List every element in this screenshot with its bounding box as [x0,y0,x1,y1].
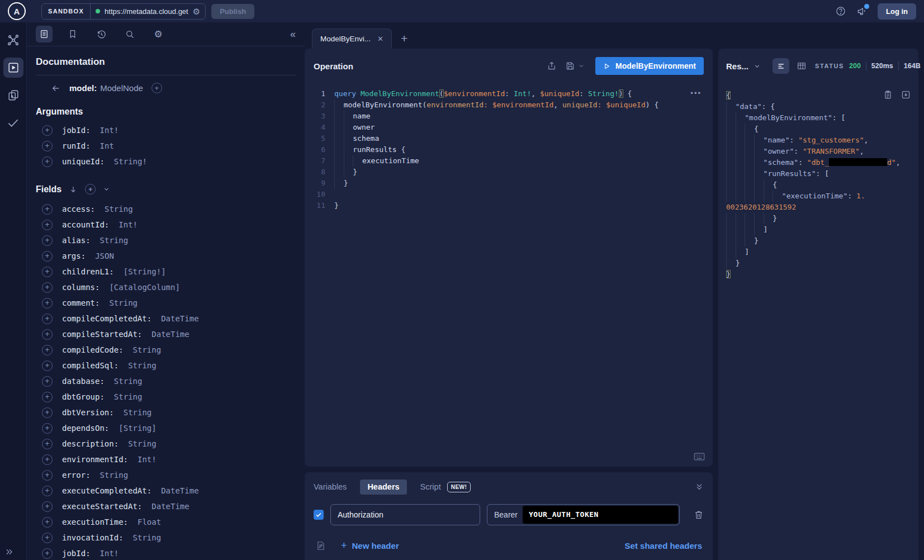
add-to-operation-icon[interactable] [42,517,53,528]
doc-field-row[interactable]: comment:String [36,295,296,311]
json-view-icon[interactable] [773,58,789,74]
header-name-input[interactable] [330,504,480,525]
nav-checks[interactable] [3,112,23,132]
response-chevron-down-icon[interactable] [754,63,761,70]
add-to-operation-icon[interactable] [42,125,53,136]
doc-argument-row[interactable]: uniqueId:String! [36,154,296,169]
add-to-operation-icon[interactable] [42,486,53,496]
table-view-icon[interactable] [793,58,810,74]
doc-field-row[interactable]: access:String [36,201,296,217]
apollo-logo[interactable]: A [8,2,26,20]
doc-field-row[interactable]: executionTime:Float [36,514,296,530]
breadcrumb-type[interactable]: ModelNode [100,83,143,93]
run-operation-button[interactable]: ModelByEnvironment [595,57,704,75]
search-icon[interactable] [121,26,138,42]
copy-response-icon[interactable] [883,90,893,99]
add-to-operation-icon[interactable] [42,501,53,512]
doc-field-row[interactable]: dependsOn:[String] [36,420,296,436]
add-to-operation-icon[interactable] [42,156,53,167]
add-to-operation-icon[interactable] [42,548,53,559]
add-to-operation-icon[interactable] [42,423,53,434]
doc-field-row[interactable]: alias:String [36,232,296,248]
add-to-operation-icon[interactable] [42,282,53,293]
sort-descending-icon[interactable] [69,185,78,194]
delete-header-icon[interactable] [694,510,704,520]
doc-field-row[interactable]: database:String [36,373,296,389]
add-to-operation-icon[interactable] [42,470,53,481]
editor-options-icon[interactable]: ••• [690,89,702,97]
add-to-operation-icon[interactable] [42,439,53,449]
doc-field-row[interactable]: dbtVersion:String [36,405,296,420]
doc-field-row[interactable]: childrenL1:[String!] [36,264,296,279]
doc-field-row[interactable]: compileCompletedAt:DateTime [36,311,296,326]
doc-field-row[interactable]: jobId:Int! [36,545,296,560]
add-to-operation-icon[interactable] [42,345,53,355]
close-tab-icon[interactable]: ✕ [377,35,383,42]
doc-field-row[interactable]: executeStartedAt:DateTime [36,499,296,514]
tab-script[interactable]: Script [420,483,441,491]
documentation-tab-icon[interactable] [36,26,53,42]
header-value-input[interactable]: Bearer YOUR_AUTH_TOKEN [487,504,680,525]
help-icon[interactable] [835,6,846,17]
collapse-settings-icon[interactable] [695,482,704,491]
doc-field-row[interactable]: invocationId:String [36,530,296,545]
doc-field-row[interactable]: compileStartedAt:DateTime [36,326,296,342]
tab-headers[interactable]: Headers [360,480,406,495]
doc-field-row[interactable]: columns:[CatalogColumn] [36,279,296,295]
set-shared-headers-link[interactable]: Set shared headers [625,541,702,550]
add-to-operation-icon[interactable] [42,407,53,418]
nav-schema[interactable] [3,30,23,50]
endpoint-url-field[interactable]: https://metadata.cloud.get ⚙ [91,4,205,19]
expand-rail-button[interactable] [4,547,14,557]
share-operation-icon[interactable] [547,61,557,71]
add-to-operation-icon[interactable] [42,251,53,262]
login-button[interactable]: Log in [878,3,916,20]
keyboard-shortcuts-icon[interactable] [694,452,705,461]
back-arrow-icon[interactable] [51,83,61,93]
download-response-icon[interactable] [901,90,911,99]
doc-argument-row[interactable]: jobId:Int! [36,122,296,138]
add-to-operation-icon[interactable] [42,204,53,215]
graph-selector[interactable]: SANDBOX https://metadata.cloud.get ⚙ [41,3,206,20]
add-to-operation-icon[interactable] [42,141,53,151]
auth-token-value[interactable]: YOUR_AUTH_TOKEN [523,506,678,524]
add-to-operation-icon[interactable] [42,220,53,230]
add-to-operation-icon[interactable] [42,454,53,465]
add-type-icon[interactable] [151,83,162,93]
nav-explorer[interactable] [3,58,23,78]
add-to-operation-icon[interactable] [42,329,53,340]
doc-argument-row[interactable]: runId:Int [36,138,296,154]
chevron-down-icon[interactable] [103,186,110,193]
doc-field-row[interactable]: accountId:Int! [36,217,296,232]
add-to-operation-icon[interactable] [42,235,53,246]
add-to-operation-icon[interactable] [42,298,53,309]
add-to-operation-icon[interactable] [42,533,53,543]
doc-field-row[interactable]: description:String [36,436,296,452]
tab-variables[interactable]: Variables [314,483,347,491]
connection-settings-icon[interactable]: ⚙ [193,7,200,16]
doc-field-row[interactable]: compiledSql:String [36,358,296,373]
doc-field-row[interactable]: environmentId:Int! [36,452,296,467]
add-to-operation-icon[interactable] [42,314,53,324]
new-tab-button[interactable]: + [401,32,407,44]
header-enabled-checkbox[interactable] [314,510,324,520]
tab-script-group[interactable]: Script NEW! [420,482,471,492]
operation-tab[interactable]: ModelByEnvi... ✕ [312,29,392,49]
save-operation-group[interactable] [565,61,585,71]
response-title[interactable]: Res... [726,61,748,71]
history-icon[interactable] [93,26,110,42]
saved-operations-icon[interactable] [64,26,81,42]
doc-field-row[interactable]: dbtGroup:String [36,389,296,405]
environment-variables-icon[interactable] [315,540,326,551]
doc-field-row[interactable]: args:JSON [36,248,296,264]
add-all-fields-icon[interactable] [85,184,96,194]
settings-gear-icon[interactable]: ⚙ [150,26,167,42]
add-to-operation-icon[interactable] [42,267,53,277]
collapse-panel-icon[interactable]: « [290,29,296,39]
doc-field-row[interactable]: executeCompletedAt:DateTime [36,483,296,499]
add-to-operation-icon[interactable] [42,360,53,371]
query-editor[interactable]: 1query ModelByEnvironment($environmentId… [305,83,713,211]
add-to-operation-icon[interactable] [42,376,53,387]
add-to-operation-icon[interactable] [42,392,53,402]
doc-field-row[interactable]: compiledCode:String [36,342,296,358]
